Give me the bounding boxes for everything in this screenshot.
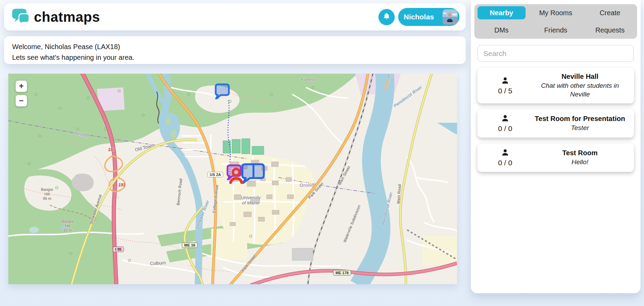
person-icon: [501, 114, 509, 124]
sidebar-tabs: Nearby My Rooms Create DMs Friends Reque…: [474, 4, 637, 39]
room-occupancy-block: 0 / 0: [481, 114, 529, 133]
room-card[interactable]: 0 / 0 Test Room Hello!: [477, 143, 634, 172]
tab-create[interactable]: Create: [586, 6, 634, 19]
room-title: Test Room for Presentation: [531, 115, 628, 123]
room-occupancy: 0 / 0: [498, 159, 512, 167]
header: chatmaps Nicholas: [4, 3, 466, 30]
bell-icon: [382, 12, 391, 22]
room-title: Test Room: [531, 149, 628, 157]
room-occupancy: 0 / 5: [498, 87, 512, 95]
tab-dms[interactable]: DMs: [477, 24, 526, 37]
room-occupancy-block: 0 / 0: [481, 148, 529, 167]
user-name: Nicholas: [404, 13, 434, 21]
map-marker-person[interactable]: [226, 165, 246, 187]
chatmaps-logo-icon: [11, 8, 30, 26]
room-description: Hello!: [531, 158, 628, 166]
tab-friends[interactable]: Friends: [532, 24, 580, 37]
search-input[interactable]: [477, 45, 634, 62]
room-list: 0 / 5 Neville Hall Chat with other stude…: [477, 68, 634, 172]
room-info: Test Room Hello!: [529, 149, 630, 166]
zoom-in-button[interactable]: +: [16, 81, 27, 92]
tab-requests[interactable]: Requests: [586, 24, 634, 37]
welcome-line2: Lets see what's happening in your area.: [12, 52, 466, 63]
brand[interactable]: chatmaps: [11, 8, 100, 26]
person-icon: [501, 76, 509, 86]
brand-name: chatmaps: [34, 9, 100, 25]
room-info: Neville Hall Chat with other students in…: [529, 73, 630, 99]
map[interactable]: ForestOronoOronoOld TownUniversity of Ma…: [8, 74, 457, 284]
zoom-out-button[interactable]: −: [16, 95, 27, 106]
map-marker-chat-bubble[interactable]: [214, 81, 231, 101]
header-actions: Nicholas: [378, 8, 459, 26]
person-icon: [501, 148, 509, 158]
room-occupancy: 0 / 0: [498, 124, 512, 133]
user-menu-button[interactable]: Nicholas: [398, 8, 459, 26]
tab-nearby[interactable]: Nearby: [477, 6, 526, 19]
app-root: chatmaps Nicholas: [0, 0, 644, 306]
welcome-line1: Welcome, Nicholas Pease (LAX18): [12, 41, 466, 52]
tab-my-rooms[interactable]: My Rooms: [532, 6, 580, 19]
sidebar: Nearby My Rooms Create DMs Friends Reque…: [471, 0, 641, 293]
map-zoom-controls: + −: [16, 81, 27, 106]
room-description: Tester: [531, 123, 628, 132]
avatar: [442, 9, 458, 25]
room-description: Chat with other students in Neville: [531, 81, 628, 99]
room-card[interactable]: 0 / 5 Neville Hall Chat with other stude…: [477, 68, 634, 103]
room-info: Test Room for Presentation Tester: [529, 115, 630, 132]
notifications-button[interactable]: [378, 9, 395, 25]
welcome-banner: Welcome, Nicholas Pease (LAX18) Lets see…: [4, 36, 466, 64]
room-card[interactable]: 0 / 0 Test Room for Presentation Tester: [477, 109, 634, 138]
room-title: Neville Hall: [531, 73, 628, 81]
room-occupancy-block: 0 / 5: [481, 76, 529, 95]
